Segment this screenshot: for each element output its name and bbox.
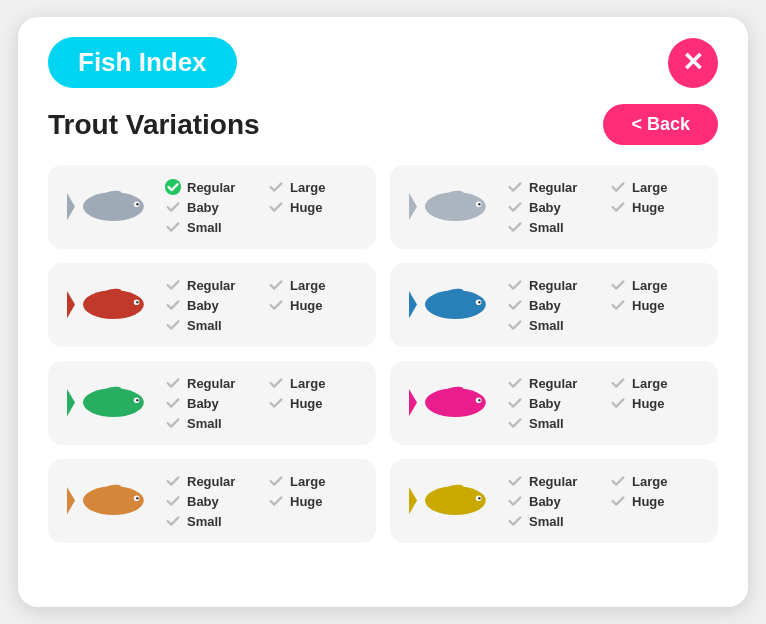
- option-gray-trout-small[interactable]: Small: [164, 218, 259, 236]
- svg-marker-0: [67, 193, 75, 220]
- option-label: Huge: [290, 396, 323, 411]
- header: Fish Index ✕: [48, 37, 718, 88]
- option-blue-trout-large[interactable]: Large: [609, 276, 704, 294]
- svg-point-25: [136, 399, 138, 401]
- close-button[interactable]: ✕: [668, 38, 718, 88]
- svg-point-10: [478, 203, 480, 205]
- fish-options-blue-trout: Regular Large Baby Huge Small: [506, 276, 704, 334]
- option-green-trout-large[interactable]: Large: [267, 374, 362, 392]
- fish-grid: Regular Large Baby Huge Small Regular La…: [48, 165, 718, 543]
- option-gray-trout-2-small[interactable]: Small: [506, 218, 601, 236]
- option-label: Small: [187, 514, 222, 529]
- option-yellow-trout-large[interactable]: Large: [609, 472, 704, 490]
- back-button[interactable]: < Back: [603, 104, 718, 145]
- option-yellow-trout-baby[interactable]: Baby: [506, 492, 601, 510]
- option-label: Huge: [632, 200, 665, 215]
- option-label: Small: [187, 416, 222, 431]
- fish-options-red-trout: Regular Large Baby Huge Small: [164, 276, 362, 334]
- option-label: Large: [290, 180, 325, 195]
- option-gray-trout-2-baby[interactable]: Baby: [506, 198, 601, 216]
- option-orange-trout-baby[interactable]: Baby: [164, 492, 259, 510]
- option-red-trout-small[interactable]: Small: [164, 316, 259, 334]
- option-label: Small: [529, 416, 564, 431]
- option-label: Baby: [529, 396, 561, 411]
- option-red-trout-large[interactable]: Large: [267, 276, 362, 294]
- fish-image-gray-trout-2: [404, 177, 494, 237]
- fish-card-orange-trout: Regular Large Baby Huge Small: [48, 459, 376, 543]
- option-label: Large: [632, 474, 667, 489]
- option-pink-trout-small[interactable]: Small: [506, 414, 601, 432]
- option-yellow-trout-regular[interactable]: Regular: [506, 472, 601, 490]
- fish-options-gray-trout: Regular Large Baby Huge Small: [164, 178, 362, 236]
- fish-options-green-trout: Regular Large Baby Huge Small: [164, 374, 362, 432]
- option-pink-trout-baby[interactable]: Baby: [506, 394, 601, 412]
- fish-image-pink-trout: [404, 373, 494, 433]
- option-label: Baby: [187, 298, 219, 313]
- option-yellow-trout-small[interactable]: Small: [506, 512, 601, 530]
- option-green-trout-regular[interactable]: Regular: [164, 374, 259, 392]
- close-icon: ✕: [682, 47, 704, 78]
- option-gray-trout-baby[interactable]: Baby: [164, 198, 259, 216]
- fish-card-gray-trout-2: Regular Large Baby Huge Small: [390, 165, 718, 249]
- fish-options-pink-trout: Regular Large Baby Huge Small: [506, 374, 704, 432]
- modal-container: Fish Index ✕ Trout Variations < Back Reg…: [18, 17, 748, 607]
- subheader: Trout Variations < Back: [48, 104, 718, 145]
- option-green-trout-small[interactable]: Small: [164, 414, 259, 432]
- option-label: Small: [529, 514, 564, 529]
- option-blue-trout-huge[interactable]: Huge: [609, 296, 704, 314]
- option-label: Large: [632, 180, 667, 195]
- fish-card-blue-trout: Regular Large Baby Huge Small: [390, 263, 718, 347]
- option-orange-trout-regular[interactable]: Regular: [164, 472, 259, 490]
- app-title: Fish Index: [78, 47, 207, 77]
- fish-card-pink-trout: Regular Large Baby Huge Small: [390, 361, 718, 445]
- section-title: Trout Variations: [48, 109, 260, 141]
- svg-marker-11: [67, 291, 75, 318]
- option-gray-trout-huge[interactable]: Huge: [267, 198, 362, 216]
- fish-image-red-trout: [62, 275, 152, 335]
- option-label: Small: [529, 220, 564, 235]
- option-green-trout-baby[interactable]: Baby: [164, 394, 259, 412]
- option-yellow-trout-huge[interactable]: Huge: [609, 492, 704, 510]
- option-label: Baby: [529, 494, 561, 509]
- option-orange-trout-huge[interactable]: Huge: [267, 492, 362, 510]
- fish-image-orange-trout: [62, 471, 152, 531]
- option-pink-trout-regular[interactable]: Regular: [506, 374, 601, 392]
- option-blue-trout-baby[interactable]: Baby: [506, 296, 601, 314]
- option-label: Baby: [187, 494, 219, 509]
- option-label: Huge: [632, 396, 665, 411]
- fish-options-yellow-trout: Regular Large Baby Huge Small: [506, 472, 704, 530]
- option-orange-trout-large[interactable]: Large: [267, 472, 362, 490]
- fish-card-green-trout: Regular Large Baby Huge Small: [48, 361, 376, 445]
- option-pink-trout-huge[interactable]: Huge: [609, 394, 704, 412]
- option-label: Regular: [187, 278, 235, 293]
- svg-marker-26: [409, 389, 417, 416]
- option-red-trout-baby[interactable]: Baby: [164, 296, 259, 314]
- svg-point-5: [165, 179, 181, 195]
- fish-image-gray-trout: [62, 177, 152, 237]
- option-gray-trout-2-huge[interactable]: Huge: [609, 198, 704, 216]
- option-gray-trout-large[interactable]: Large: [267, 178, 362, 196]
- title-badge: Fish Index: [48, 37, 237, 88]
- option-gray-trout-2-regular[interactable]: Regular: [506, 178, 601, 196]
- svg-marker-6: [409, 193, 417, 220]
- svg-marker-16: [409, 291, 417, 318]
- fish-options-orange-trout: Regular Large Baby Huge Small: [164, 472, 362, 530]
- option-gray-trout-regular[interactable]: Regular: [164, 178, 259, 196]
- option-label: Large: [290, 278, 325, 293]
- option-red-trout-huge[interactable]: Huge: [267, 296, 362, 314]
- option-pink-trout-large[interactable]: Large: [609, 374, 704, 392]
- option-orange-trout-small[interactable]: Small: [164, 512, 259, 530]
- option-blue-trout-small[interactable]: Small: [506, 316, 601, 334]
- option-label: Large: [290, 474, 325, 489]
- svg-point-30: [478, 399, 480, 401]
- option-red-trout-regular[interactable]: Regular: [164, 276, 259, 294]
- fish-options-gray-trout-2: Regular Large Baby Huge Small: [506, 178, 704, 236]
- svg-marker-36: [409, 487, 417, 514]
- option-label: Small: [187, 220, 222, 235]
- option-label: Regular: [529, 278, 577, 293]
- option-green-trout-huge[interactable]: Huge: [267, 394, 362, 412]
- option-gray-trout-2-large[interactable]: Large: [609, 178, 704, 196]
- option-label: Baby: [529, 298, 561, 313]
- option-blue-trout-regular[interactable]: Regular: [506, 276, 601, 294]
- fish-image-green-trout: [62, 373, 152, 433]
